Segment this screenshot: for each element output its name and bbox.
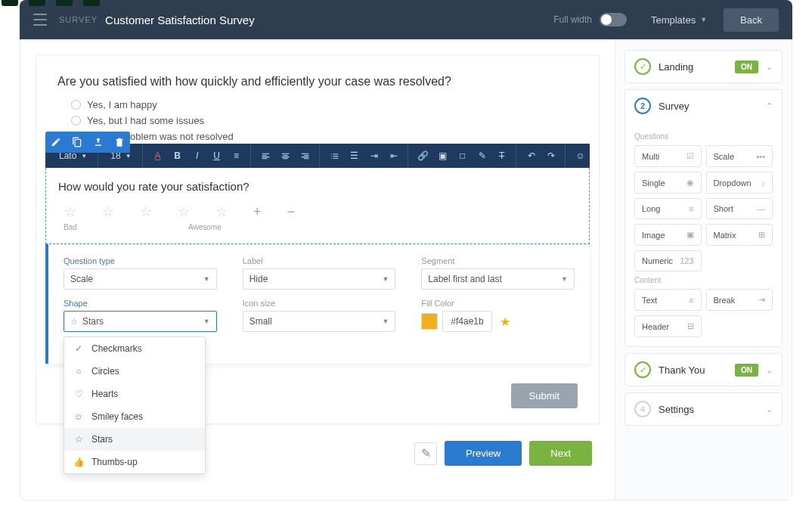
top-bar: SURVEY Customer Satisfaction Survey Full… (20, 0, 792, 39)
question-type-button[interactable]: Dropdown↓ (706, 172, 773, 194)
upload-icon[interactable] (88, 132, 109, 153)
section-landing[interactable]: ✓ Landing ON ⌄ (625, 51, 782, 82)
scale-low-label: Bad (61, 223, 79, 231)
list-ul-button[interactable] (326, 147, 344, 165)
question-type-button[interactable]: Matrix⊞ (706, 224, 773, 246)
line-height-button[interactable]: ≡ (228, 147, 246, 165)
star-icon[interactable]: ☆ (178, 203, 190, 220)
shape-option[interactable]: ☺Smiley faces (64, 405, 205, 428)
config-label: Label (243, 256, 396, 265)
edit-icon[interactable] (45, 132, 67, 153)
duplicate-icon[interactable] (67, 132, 88, 153)
shape-option-icon: ☺ (73, 411, 84, 422)
question-type-select[interactable]: Scale▼ (64, 268, 217, 290)
redo-button[interactable]: ↷ (542, 147, 560, 165)
section-settings[interactable]: 4 Settings ⌄ (625, 393, 782, 425)
templates-dropdown[interactable]: Templates▼ (651, 14, 707, 26)
chevron-down-icon: ⌄ (766, 62, 773, 72)
sidebar: ✓ Landing ON ⌄ 2 Survey ⌃ Questions Mult… (615, 39, 792, 500)
question-type-button[interactable]: Image▣ (634, 224, 702, 246)
add-step-button[interactable]: + (253, 204, 262, 220)
chevron-down-icon: ▼ (203, 275, 210, 283)
icon-size-select[interactable]: Small▼ (243, 311, 396, 332)
type-icon: ≡ (689, 296, 693, 305)
shape-option[interactable]: ☆Stars (64, 428, 205, 451)
question-type-button[interactable]: Long≡ (634, 198, 702, 219)
star-icon[interactable]: ☆ (64, 203, 76, 220)
clear-format-button[interactable]: T (493, 147, 511, 165)
back-button[interactable]: Back (724, 8, 779, 32)
radio-icon (71, 100, 81, 110)
question-type-button[interactable]: Single◉ (634, 172, 702, 194)
preview-button[interactable]: Preview (445, 441, 522, 466)
submit-button[interactable]: Submit (511, 383, 578, 408)
align-left-button[interactable] (257, 147, 275, 165)
question-title: Are you satisfied with how quickly and e… (57, 75, 578, 88)
italic-button[interactable]: I (188, 147, 206, 165)
type-icon: ⊟ (687, 321, 694, 331)
font-color-button[interactable]: A (149, 147, 167, 165)
image-button[interactable]: ▣ (434, 147, 452, 165)
on-badge: ON (735, 364, 758, 377)
section-thankyou[interactable]: ✓ Thank You ON ⌄ (625, 354, 782, 386)
chevron-down-icon: ▼ (382, 275, 389, 283)
group-label: Questions (634, 132, 773, 141)
config-label: Icon size (243, 299, 396, 308)
question-type-button[interactable]: Short— (706, 198, 773, 219)
shape-select[interactable]: ☆Stars▼ (64, 311, 217, 332)
question-type-button[interactable]: Numeric123 (634, 250, 702, 271)
step-number-icon: 2 (634, 98, 651, 114)
next-button[interactable]: Next (529, 441, 592, 466)
color-swatch[interactable] (421, 313, 438, 330)
underline-button[interactable]: U (208, 147, 226, 165)
star-icon[interactable]: ☆ (102, 203, 114, 220)
link-button[interactable]: 🔗 (414, 147, 432, 165)
segment-select[interactable]: Label first and last▼ (421, 268, 575, 290)
content-type-button[interactable]: Break⇥ (706, 289, 773, 311)
section-survey[interactable]: 2 Survey ⌃ (625, 90, 782, 122)
list-ol-button[interactable]: ☰ (346, 147, 364, 165)
type-icon: — (757, 204, 765, 213)
align-right-button[interactable] (296, 147, 315, 165)
content-type-button[interactable]: Text≡ (634, 289, 702, 311)
bold-button[interactable]: B (169, 147, 187, 165)
radio-option[interactable]: Yes, but I had some issues (71, 115, 578, 126)
outdent-button[interactable]: ⇤ (385, 147, 403, 165)
color-hex-input[interactable]: #f4ae1b (442, 311, 491, 332)
config-label: Fill Color (421, 299, 575, 308)
remove-step-button[interactable]: − (287, 204, 296, 220)
code-button[interactable]: ✎ (473, 147, 491, 165)
rating-stars[interactable]: ☆ ☆ ☆ ☆ ☆ + − (64, 203, 577, 220)
menu-icon[interactable] (33, 12, 48, 27)
question-editor: Lato▼ 18▼ A B I U ≡ (57, 144, 578, 364)
chevron-up-icon: ⌃ (766, 101, 773, 111)
radio-option[interactable]: Yes, I am happy (71, 99, 578, 110)
full-width-toggle[interactable] (600, 13, 627, 26)
trash-icon[interactable] (109, 132, 130, 153)
radio-option[interactable]: No, the problem was not resolved (71, 131, 578, 142)
question-text-input[interactable]: How would you rate your satisfaction? (58, 180, 577, 193)
undo-button[interactable]: ↶ (522, 147, 541, 165)
shape-option[interactable]: ♡Hearts (64, 383, 205, 405)
indent-button[interactable]: ⇥ (365, 147, 383, 165)
shape-option-icon: ✓ (73, 343, 84, 354)
type-icon: ◉ (686, 178, 694, 188)
shape-option[interactable]: 👍Thumbs-up (64, 451, 205, 473)
shape-option[interactable]: ○Circles (64, 360, 205, 383)
shape-option[interactable]: ✓Checkmarks (64, 337, 205, 360)
type-icon: ⇥ (758, 295, 765, 305)
align-center-button[interactable] (277, 147, 295, 165)
emoji-button[interactable]: ☺ (572, 147, 590, 165)
type-icon: ⊞ (758, 230, 765, 240)
chevron-down-icon: ▼ (126, 153, 132, 160)
question-type-button[interactable]: Scale••• (706, 145, 773, 167)
brush-icon[interactable]: ✎ (414, 442, 437, 465)
star-icon[interactable]: ☆ (140, 203, 152, 220)
variable-button[interactable]: □ (454, 147, 472, 165)
star-icon[interactable]: ☆ (215, 203, 228, 220)
action-strip (45, 132, 130, 153)
label-select[interactable]: Hide▼ (243, 268, 396, 290)
question-type-button[interactable]: Multi☑ (634, 145, 702, 167)
content-type-button[interactable]: Header⊟ (634, 315, 702, 337)
chevron-down-icon: ▼ (561, 275, 568, 283)
